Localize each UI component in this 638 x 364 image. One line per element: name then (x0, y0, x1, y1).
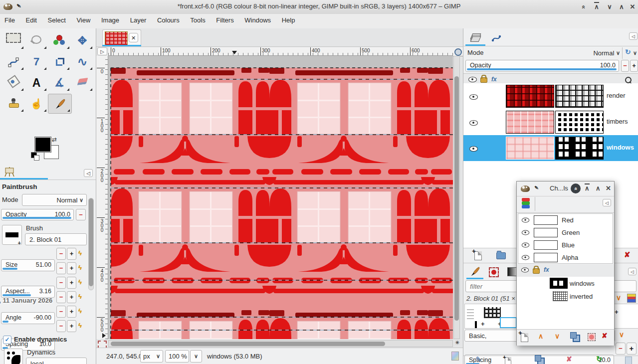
channel-row-blue[interactable]: Blue (518, 239, 613, 251)
menu-tools[interactable]: Tools (186, 14, 210, 26)
pan-view-icon[interactable]: ✴ (454, 339, 460, 347)
tool-smudge[interactable]: ☝ (25, 94, 48, 113)
fx-header-icon[interactable]: fx (491, 76, 497, 83)
layer-opacity-increase-button[interactable]: + (630, 60, 638, 72)
layer-mode-dropdown[interactable]: Normal ∨ (578, 47, 620, 59)
green-visibility-icon[interactable] (522, 230, 529, 235)
layer-name[interactable]: windows (607, 144, 634, 151)
lock-header-icon[interactable] (533, 268, 540, 274)
tool-select-by-color[interactable] (48, 31, 71, 50)
window-keep-above-button[interactable]: ∧ (592, 2, 602, 12)
angle-decrease-button[interactable]: − (56, 277, 66, 289)
channel-row-windows[interactable]: windows (517, 277, 614, 290)
dynamics-preview[interactable] (4, 349, 23, 364)
layer-opacity-slider[interactable]: Opacity 100.0 (465, 60, 619, 72)
tab-patterns[interactable] (485, 265, 502, 279)
menu-view[interactable]: View (72, 14, 95, 26)
menu-image[interactable]: Image (97, 14, 124, 26)
collapse-right-dock-button[interactable]: ◁ (629, 32, 638, 40)
unit-dropdown[interactable]: px∨ (140, 350, 163, 363)
fx-header-icon[interactable]: fx (544, 266, 549, 273)
channels-dialog[interactable]: ✒ Ch...ls « ∧ ∧ ✕ ◁ Red Green (516, 181, 615, 346)
menu-help[interactable]: Help (277, 14, 300, 26)
duplicate-brush-button[interactable] (537, 358, 545, 364)
menu-layer[interactable]: Layer (126, 14, 151, 26)
tool-free-select[interactable] (25, 31, 48, 50)
red-visibility-icon[interactable] (522, 218, 529, 223)
dynamics-select-field[interactable]: local (26, 358, 87, 364)
spacing-increase-button[interactable]: + (67, 291, 76, 303)
dialog-shade-button[interactable]: « (571, 183, 581, 193)
delete-brush-button[interactable]: ✘ (566, 355, 572, 363)
windows-mask-thumbnail[interactable] (555, 137, 604, 160)
image-tab-close-button[interactable]: ✕ (129, 33, 138, 42)
layer-row-render[interactable]: render (463, 83, 638, 109)
canvas-hscrollbar[interactable] (108, 340, 453, 347)
navigation-corner[interactable] (453, 47, 463, 56)
render-mask-thumbnail[interactable] (555, 85, 604, 108)
brush-spacing-decrease-button[interactable]: − (616, 343, 626, 355)
channel-to-selection-button[interactable] (588, 333, 596, 341)
brush-item-plus[interactable]: + (481, 320, 485, 328)
dialog-pin-icon[interactable]: ✒ (532, 183, 541, 192)
tool-bucket-fill[interactable] (2, 73, 25, 92)
render-thumbnail[interactable] (506, 85, 554, 108)
canvas-menu-button[interactable]: ▷ (97, 47, 107, 55)
tool-paths[interactable] (2, 52, 25, 71)
brush-editor-icon[interactable] (627, 294, 636, 303)
brush-item-bar[interactable] (475, 321, 477, 328)
channels-dialog-titlebar[interactable]: ✒ Ch...ls « ∧ ∧ ✕ (517, 182, 614, 196)
angle-link-icon[interactable]: ϟ (78, 278, 82, 286)
aspect-link-icon[interactable]: ϟ (78, 264, 82, 271)
hardness-increase-button[interactable]: + (67, 306, 76, 318)
force-decrease-button[interactable]: − (56, 320, 66, 332)
vertical-ruler[interactable]: 0 100 200 300 400 500 (96, 56, 108, 339)
hardness-link-icon[interactable]: ϟ (78, 307, 82, 315)
delete-channel-button[interactable]: ✘ (602, 332, 608, 340)
timbers-thumbnail[interactable] (506, 111, 554, 134)
window-shade-button[interactable]: « (579, 2, 589, 12)
new-brush-button[interactable] (505, 357, 511, 364)
titlebar[interactable]: ✒ *front.xcf-6.0 (RGB colour 8-bit non-l… (0, 0, 638, 14)
menu-file[interactable]: File (0, 14, 19, 26)
tool-crop[interactable] (48, 52, 71, 71)
opacity-slider[interactable]: Opacity 100.0 (1, 209, 74, 220)
tool-rectangle-select[interactable] (2, 31, 25, 50)
menu-colours[interactable]: Colours (153, 14, 184, 26)
selected-brush-cell[interactable] (500, 317, 517, 328)
new-group-button[interactable] (496, 252, 506, 259)
mode-switch-icon[interactable]: ↻ (625, 48, 631, 56)
brush-preview[interactable]: + (2, 225, 22, 245)
canvas-image[interactable] (108, 56, 453, 339)
channels-tab-icon[interactable] (522, 198, 530, 208)
default-colors-bg-icon[interactable] (34, 155, 39, 161)
brush-item-plus[interactable]: + (615, 308, 619, 316)
dialog-keep-above-button[interactable]: ∧ (585, 184, 590, 192)
visibility-header-icon[interactable] (521, 268, 529, 273)
spacing-decrease-button[interactable]: − (56, 291, 66, 303)
raise-channel-button[interactable]: ∧ (538, 332, 543, 340)
channel-row-inverted[interactable]: inverted (517, 290, 614, 303)
tool-text[interactable]: A (25, 73, 48, 92)
brush-item-grid[interactable] (484, 307, 501, 318)
size-link-icon[interactable]: ϟ (78, 249, 82, 257)
hardness-decrease-button[interactable]: − (56, 306, 66, 318)
size-slider[interactable]: Size51.00 (1, 259, 55, 271)
angle-increase-button[interactable]: + (67, 277, 76, 289)
size-increase-button[interactable]: + (67, 248, 76, 260)
tool-clone[interactable] (2, 94, 25, 113)
layer-opacity-decrease-button[interactable]: − (621, 60, 629, 72)
new-channel-button[interactable] (521, 333, 528, 342)
canvas-vscrollbar[interactable] (453, 56, 460, 339)
brush-select-field[interactable]: 2. Block 01 (25, 233, 87, 245)
tool-unified-transform[interactable]: 7 (25, 52, 48, 71)
lock-header-icon[interactable] (480, 77, 487, 83)
mode-switch-chevron[interactable]: ∨ (633, 50, 637, 56)
menu-filters[interactable]: Filters (212, 14, 238, 26)
dialog-raise-button[interactable]: ∧ (596, 184, 601, 192)
tool-move[interactable]: ✥ (71, 31, 94, 50)
channel-row-alpha[interactable]: Alpha (518, 251, 613, 264)
window-raise-button[interactable]: ∧ (617, 2, 627, 12)
enable-dynamics-checkbox[interactable]: ✓ (3, 336, 11, 344)
force-increase-button[interactable]: + (67, 320, 76, 332)
